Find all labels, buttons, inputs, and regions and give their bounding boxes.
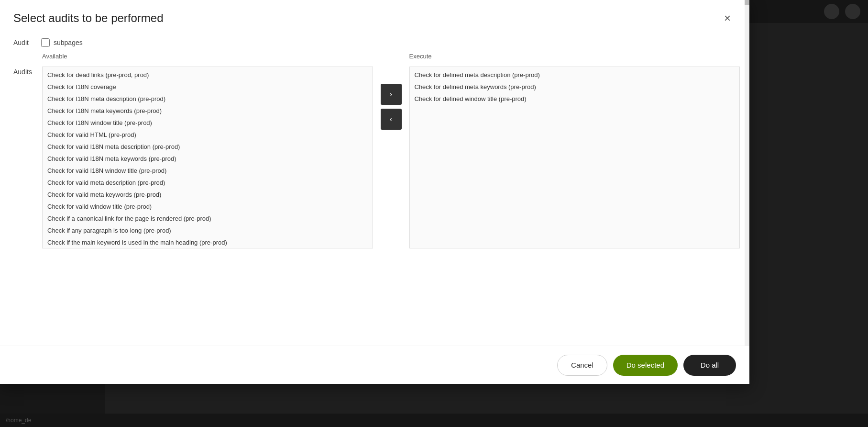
cancel-button[interactable]: Cancel [557,355,607,376]
audits-row: Audits Available Execute [13,53,740,248]
available-list-item[interactable]: Check for valid I18N meta keywords (pre-… [43,153,373,165]
audit-row: Audit subpages [13,34,740,47]
execute-list-item[interactable]: Check for defined meta description (pre-… [410,69,740,81]
subpages-checkbox[interactable] [41,38,50,47]
transfer-right-button[interactable]: › [381,84,402,105]
available-list-item[interactable]: Check for dead links (pre-prod, prod) [43,69,373,81]
modal-dialog: Select audits to be performed × Audit su… [0,0,749,384]
available-list-item[interactable]: Check for valid HTML (pre-prod) [43,129,373,141]
audit-subpages-label: subpages [54,39,83,46]
available-list-item[interactable]: Check if any paragraph is too long (pre-… [43,225,373,236]
available-list-item[interactable]: Check for I18N coverage [43,81,373,93]
available-list-item[interactable]: Check for valid window title (pre-prod) [43,201,373,213]
do-all-button[interactable]: Do all [683,355,736,376]
available-list-item[interactable]: Check if the main keyword is used in the… [43,236,373,248]
transfer-section: Check for dead links (pre-prod, prod)Che… [42,67,740,248]
available-list-item[interactable]: Check if a canonical link for the page i… [43,213,373,225]
modal-title: Select audits to be performed [13,11,164,25]
close-button[interactable]: × [719,10,736,27]
transfer-headers: Available Execute [42,53,740,63]
scroll-up-arrow[interactable] [745,0,749,5]
available-header: Available [42,53,373,60]
transfer-controls: › ‹ [373,84,409,130]
available-list-item[interactable]: Check for valid meta description (pre-pr… [43,177,373,189]
available-list-item[interactable]: Check for I18N meta description (pre-pro… [43,93,373,105]
available-list-item[interactable]: Check for I18N meta keywords (pre-prod) [43,105,373,117]
available-list[interactable]: Check for dead links (pre-prod, prod)Che… [42,67,373,248]
execute-header-container: Execute [409,53,740,63]
available-list-item[interactable]: Check for valid meta keywords (pre-prod) [43,189,373,201]
available-list-item[interactable]: Check for valid I18N window title (pre-p… [43,165,373,177]
modal-header: Select audits to be performed × [0,0,749,34]
execute-list[interactable]: Check for defined meta description (pre-… [409,67,740,248]
available-list-item[interactable]: Check for I18N window title (pre-prod) [43,117,373,129]
modal-scrollbar[interactable] [745,0,749,384]
controls-spacer [373,53,409,63]
audits-content: Available Execute Check for [42,53,740,248]
audits-label: Audits [13,53,42,76]
available-list-container: Check for dead links (pre-prod, prod)Che… [42,67,373,248]
execute-list-container: Check for defined meta description (pre-… [409,67,740,248]
execute-list-item[interactable]: Check for defined meta keywords (pre-pro… [410,81,740,93]
modal-body: Audit subpages Audits Available Execute [0,34,749,384]
do-selected-button[interactable]: Do selected [613,355,678,376]
audit-label: Audit [13,39,37,46]
modal-backdrop: Select audits to be performed × Audit su… [0,0,868,427]
available-header-container: Available [42,53,373,63]
transfer-left-button[interactable]: ‹ [381,109,402,130]
execute-list-item[interactable]: Check for defined window title (pre-prod… [410,93,740,105]
execute-header: Execute [409,53,740,60]
available-list-item[interactable]: Check for valid I18N meta description (p… [43,141,373,153]
modal-footer: Cancel Do selected Do all [0,346,749,384]
